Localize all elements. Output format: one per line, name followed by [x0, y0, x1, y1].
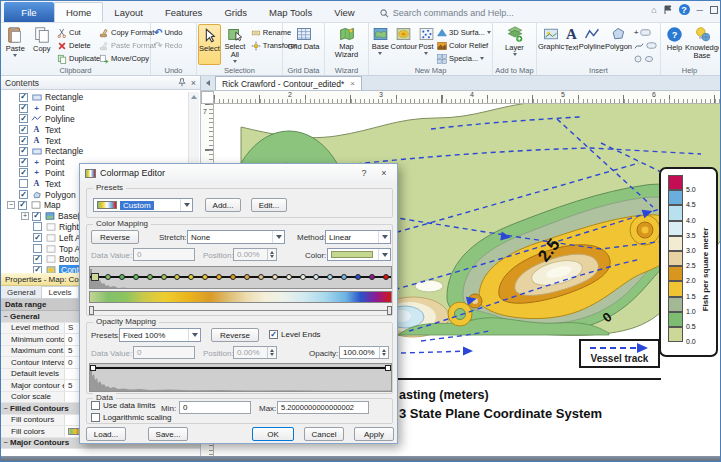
tree-item-polyline[interactable]: ✓Polyline	[7, 114, 200, 125]
pin-icon[interactable]	[178, 78, 186, 87]
checkbox[interactable]: ✓	[18, 201, 27, 210]
slider-handle-right[interactable]	[387, 306, 392, 315]
use-data-limits-checkbox[interactable]: Use data limits	[91, 401, 155, 410]
color-relief-button[interactable]: Color Relief	[435, 39, 491, 52]
paste-format-button[interactable]: Paste Format	[97, 39, 149, 52]
map-color-legend[interactable]: 5.04.54.03.53.02.52.01.51.00.50.0 Fish p…	[659, 167, 718, 357]
help-icon[interactable]: ?	[679, 4, 690, 15]
color-node-editor[interactable]	[89, 266, 392, 289]
copy-format-button[interactable]: Copy Format	[97, 26, 149, 39]
select-all-button[interactable]: Select All	[221, 24, 249, 65]
copy-button[interactable]: Copy	[29, 24, 56, 65]
help-button[interactable]: ? Help	[662, 24, 687, 65]
opacity-reverse-button[interactable]: Reverse	[211, 328, 259, 342]
flag-icon[interactable]	[664, 5, 672, 15]
checkbox[interactable]	[33, 222, 42, 231]
tab-map-tools[interactable]: Map Tools	[258, 2, 323, 22]
reverse-button[interactable]: Reverse	[91, 230, 139, 244]
opacity-presets-combo[interactable]: Fixed 100%	[119, 328, 201, 342]
move-copy-button[interactable]: Move/Copy	[97, 52, 149, 65]
opacity-handle-right[interactable]	[385, 365, 391, 371]
position-spinner[interactable]: 0.00%	[233, 248, 277, 261]
tree-item-point[interactable]: ✓+Point	[7, 103, 200, 114]
search-box[interactable]: Search commands and Help...	[380, 8, 514, 18]
level-ends-checkbox[interactable]: ✓Level Ends	[269, 330, 321, 339]
gradient-node[interactable]	[230, 274, 236, 280]
select-button[interactable]: Select	[198, 24, 221, 65]
tree-item-text[interactable]: ✓AText	[7, 124, 200, 135]
tab-features[interactable]: Features	[154, 2, 214, 22]
insert-polygon-button[interactable]: Polygon	[605, 24, 632, 65]
gradient-node[interactable]	[133, 274, 139, 280]
close-icon[interactable]: ×	[191, 78, 196, 88]
range-slider[interactable]	[87, 306, 394, 316]
insert-text-button[interactable]: A Text	[564, 24, 578, 65]
dialog-help-icon[interactable]: ?	[356, 168, 372, 178]
insert-shape-buttons-row2[interactable]	[632, 39, 659, 52]
delete-button[interactable]: Delete	[55, 39, 97, 52]
insert-shape-buttons-row3[interactable]	[632, 52, 659, 65]
redo-button[interactable]: ↷Redo	[152, 39, 195, 52]
ok-button[interactable]: OK	[252, 427, 294, 441]
gradient-node[interactable]	[105, 274, 111, 280]
tree-item-rectangle[interactable]: ✓Rectangle	[7, 146, 200, 157]
paste-button[interactable]: Paste	[2, 24, 29, 65]
checkbox[interactable]: ✓	[33, 255, 42, 264]
map-wizard-button[interactable]: Map Wizard	[328, 24, 366, 65]
cut-button[interactable]: Cut	[55, 26, 97, 39]
minimize-icon[interactable]: ─	[697, 5, 703, 15]
data-value-field[interactable]: 0	[133, 248, 195, 261]
gradient-node[interactable]	[244, 274, 250, 280]
checkbox[interactable]: ✓	[33, 233, 42, 242]
document-tab[interactable]: Rick Crawford - Contour_edited* ×	[215, 76, 362, 90]
grid-data-button[interactable]: Grid Data	[286, 24, 322, 65]
tab-view[interactable]: View	[323, 2, 365, 22]
tree-item-text[interactable]: ✓AText	[7, 135, 200, 146]
vessel-track-legend[interactable]: Vessel track	[579, 339, 660, 368]
base-map-button[interactable]: Base	[370, 24, 391, 65]
tree-item-rectangle[interactable]: ✓Rectangle	[7, 92, 200, 103]
tab-scroll-left-icon[interactable]	[206, 80, 210, 86]
insert-shape-buttons-row1[interactable]: +	[632, 26, 659, 39]
tab-file[interactable]: File	[4, 2, 54, 22]
presets-combo[interactable]: Custom	[93, 198, 193, 212]
spinner-arrows-icon[interactable]	[267, 249, 276, 260]
dialog-title-bar[interactable]: Colormap Editor ? ×	[80, 164, 397, 182]
checkbox[interactable]: ✓	[19, 147, 28, 156]
gradient-node[interactable]	[119, 274, 125, 280]
tab-home[interactable]: Home	[54, 2, 103, 22]
checkbox[interactable]: ✓	[19, 136, 28, 145]
stretch-combo[interactable]: None	[187, 230, 285, 244]
expand-icon[interactable]: +	[21, 212, 29, 220]
gradient-node[interactable]	[161, 274, 167, 280]
edit-button[interactable]: Edit...	[251, 198, 287, 212]
3d-surface-button[interactable]: 3D Surfa...	[435, 26, 491, 39]
cancel-button[interactable]: Cancel	[304, 427, 344, 441]
tab-levels[interactable]: Levels	[41, 286, 78, 298]
insert-polyline-button[interactable]: Polyline	[579, 24, 605, 65]
undo-button[interactable]: ↶Undo	[152, 26, 195, 39]
spinner-arrows-icon[interactable]	[379, 347, 388, 358]
save-button[interactable]: Save...	[148, 427, 188, 441]
restore-icon[interactable]	[710, 6, 718, 14]
tab-layout[interactable]: Layout	[103, 2, 154, 22]
checkbox[interactable]: ✓	[19, 190, 28, 199]
max-field[interactable]: 5.2000000000000002	[277, 401, 369, 414]
gradient-node[interactable]	[300, 274, 306, 280]
checkbox[interactable]: ✓	[19, 104, 28, 113]
gradient-node[interactable]	[91, 273, 99, 281]
close-tab-icon[interactable]: ×	[350, 79, 355, 88]
color-swatch-combo[interactable]	[327, 248, 391, 261]
opacity-position-spinner[interactable]: 0.00%	[233, 346, 277, 359]
horizontal-ruler[interactable]: 2 3 4 5 6	[214, 91, 721, 104]
knowledge-base-button[interactable]: Knowledge Base	[687, 24, 717, 65]
special-maps-button[interactable]: Specia...	[435, 52, 491, 65]
checkbox[interactable]	[33, 244, 42, 253]
checkbox[interactable]: ✓	[19, 158, 28, 167]
opacity-spinner[interactable]: 100.00%	[339, 346, 389, 359]
gradient-node[interactable]	[258, 274, 264, 280]
ribbon-options-icon[interactable]: ⌂	[651, 5, 656, 15]
opacity-handle-left[interactable]	[90, 365, 96, 371]
gradient-node[interactable]	[286, 274, 292, 280]
logarithmic-scaling-checkbox[interactable]: Logarithmic scaling	[91, 413, 171, 422]
